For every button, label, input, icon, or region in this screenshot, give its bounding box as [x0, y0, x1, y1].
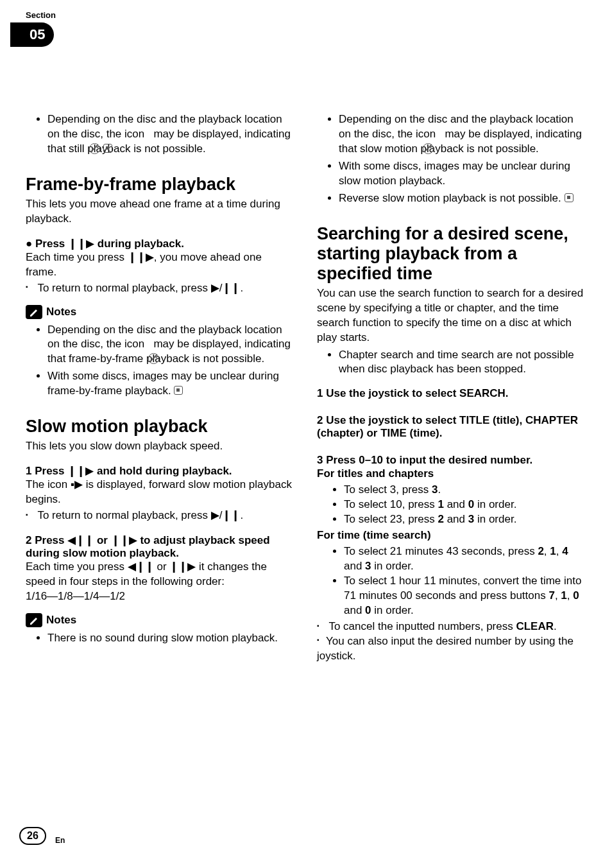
heading-frame-by-frame: Frame-by-frame playback	[26, 175, 295, 195]
ex-title-10: To select 10, press 1 and 0 in order.	[344, 498, 586, 512]
ex-title-23: To select 23, press 2 and 3 in order.	[344, 512, 586, 527]
header-pill-right	[289, 22, 586, 49]
pencil-icon	[26, 613, 42, 627]
language-label: En	[55, 836, 65, 845]
ex-time-2143: To select 21 minutes 43 seconds, press 2…	[344, 544, 586, 574]
frame-back-icon: ◀❙❙	[67, 534, 94, 546]
for-titles-label: For titles and chapters	[317, 467, 586, 482]
pencil-icon	[26, 305, 42, 319]
section-label: Section	[26, 10, 586, 20]
ex-title-3: To select 3, press 3.	[344, 483, 586, 498]
slow-note-disc: Depending on the disc and the playback l…	[339, 112, 586, 157]
chapter-title: Playing DVD video discs	[47, 22, 246, 49]
cancel-note: To cancel the inputted numbers, press CL…	[317, 620, 586, 634]
left-column: Depending on the disc and the playback l…	[26, 112, 295, 664]
search-step-1: 1 Use the joystick to select SEARCH.	[317, 387, 586, 400]
slow-step-1-body: The icon ▪▶ is displayed, forward slow m…	[26, 478, 295, 507]
frame-advance-icon: ❙❙▶	[128, 251, 154, 263]
for-time-label: For time (time search)	[317, 528, 586, 543]
slow-speeds: 1/16—1/8—1/4—1/2	[26, 589, 295, 604]
slow-note-unclear: With some discs, images may be unclear d…	[339, 159, 586, 189]
stop-icon	[174, 386, 183, 395]
slow-intro: This lets you slow down playback speed.	[26, 439, 295, 454]
notes-label: Notes	[46, 306, 76, 318]
search-step-2: 2 Use the joystick to select TITLE (titl…	[317, 414, 586, 440]
frame-advance-icon: ❙❙▶	[111, 534, 137, 546]
slow-note-reverse: Reverse slow motion playback is not poss…	[339, 191, 586, 206]
prohibit-icon	[423, 143, 434, 154]
heading-slow-motion: Slow motion playback	[26, 417, 295, 437]
slow-step-2-body: Each time you press ◀❙❙ or ❙❙▶ it change…	[26, 560, 295, 589]
section-number-badge: 05	[10, 22, 54, 47]
joystick-input-note: You can also input the desired number by…	[317, 634, 586, 664]
search-step-3: 3 Press 0–10 to input the desired number…	[317, 454, 586, 467]
search-limitation: Chapter search and time search are not p…	[339, 348, 586, 378]
header: Playing DVD video discs 05	[26, 22, 586, 55]
ex-time-1h11: To select 1 hour 11 minutes, convert the…	[344, 574, 586, 618]
notes-label: Notes	[46, 614, 76, 627]
frame-advance-icon: ❙❙▶	[68, 238, 94, 250]
play-pause-icon: ▶/❙❙	[211, 282, 241, 294]
frame-advance-icon: ❙❙▶	[169, 560, 196, 573]
frame-intro: This lets you move ahead one frame at a …	[26, 197, 295, 227]
frame-back-icon: ◀❙❙	[128, 560, 154, 573]
frame-step-body: Each time you press ❙❙▶, you move ahead …	[26, 250, 295, 280]
page-number: 26	[19, 827, 46, 845]
slow-fwd-icon: ▪▶	[71, 478, 83, 490]
stop-icon	[103, 144, 112, 153]
play-pause-icon: ▶/❙❙	[211, 509, 241, 521]
frame-advance-icon: ❙❙▶	[67, 465, 94, 477]
frame-step: ● Press ❙❙▶ during playback.	[26, 237, 295, 250]
right-column: Depending on the disc and the playback l…	[317, 112, 586, 664]
still-playback-note: Depending on the disc and the playback l…	[47, 112, 295, 157]
search-intro: You can use the search function to searc…	[317, 286, 586, 345]
slow-return-note: To return to normal playback, press ▶/❙❙…	[26, 508, 295, 523]
stop-icon	[565, 193, 574, 202]
slow-step-1: 1 Press ❙❙▶ and hold during playback.	[26, 464, 295, 478]
frame-return-note: To return to normal playback, press ▶/❙❙…	[26, 281, 295, 296]
heading-search: Searching for a desired scene, starting …	[317, 224, 586, 284]
frame-note-2: With some discs, images may be unclear d…	[47, 369, 295, 399]
frame-note-1: Depending on the disc and the playback l…	[47, 323, 295, 367]
slow-step-2: 2 Press ◀❙❙ or ❙❙▶ to adjust playback sp…	[26, 534, 295, 560]
slow-note-1: There is no sound during slow motion pla…	[47, 631, 295, 646]
